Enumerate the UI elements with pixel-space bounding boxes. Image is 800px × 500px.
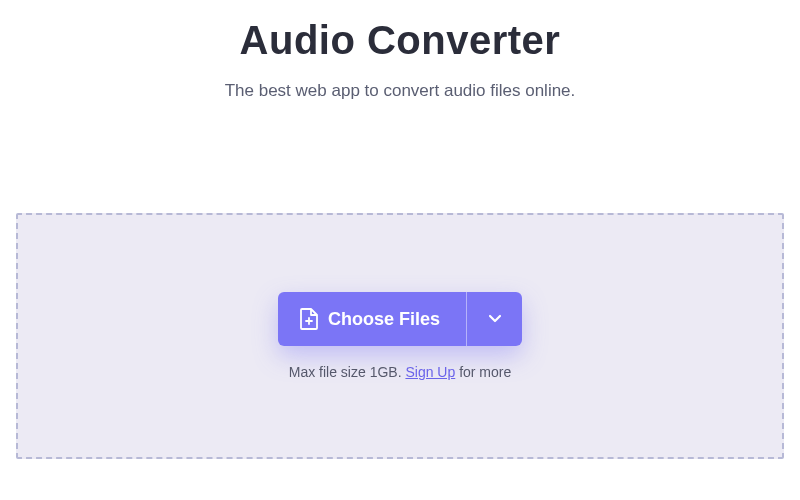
file-size-hint: Max file size 1GB. Sign Up for more — [289, 364, 512, 380]
hint-suffix: for more — [455, 364, 511, 380]
choose-files-dropdown-button[interactable] — [466, 292, 522, 346]
choose-files-button[interactable]: Choose Files — [278, 292, 466, 346]
page-subtitle: The best web app to convert audio files … — [16, 81, 784, 101]
signup-link[interactable]: Sign Up — [405, 364, 455, 380]
hint-prefix: Max file size 1GB. — [289, 364, 406, 380]
choose-files-label: Choose Files — [328, 310, 440, 328]
choose-files-group: Choose Files — [278, 292, 522, 346]
file-dropzone[interactable]: Choose Files Max file size 1GB. Sign Up … — [16, 213, 784, 459]
page-title: Audio Converter — [16, 18, 784, 63]
chevron-down-icon — [487, 310, 503, 329]
file-add-icon — [300, 308, 318, 330]
